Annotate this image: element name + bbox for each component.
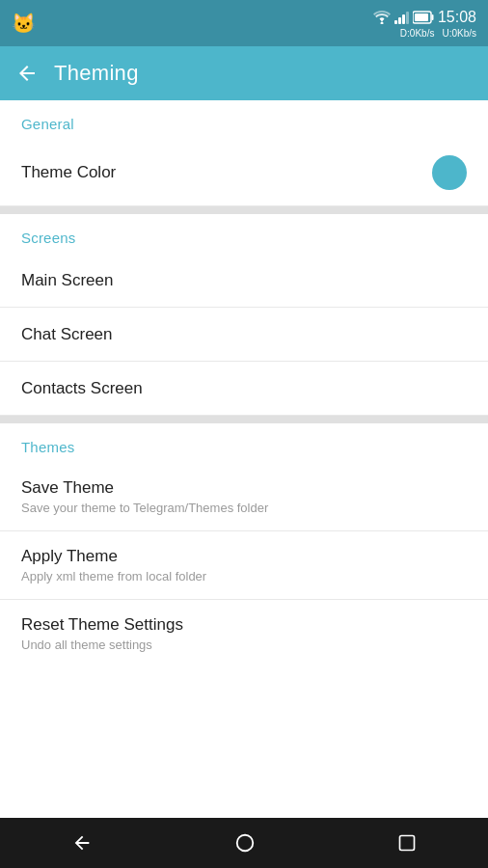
contacts-screen-item[interactable]: Contacts Screen [0, 362, 488, 416]
themes-section-header: Themes [0, 423, 488, 463]
battery-icon [413, 11, 434, 24]
theme-color-toggle[interactable] [432, 155, 467, 190]
reset-theme-subtitle: Undo all theme settings [21, 637, 183, 652]
separator-1 [0, 206, 488, 214]
general-section-header: General [0, 100, 488, 140]
back-button[interactable] [15, 62, 39, 85]
bottom-nav [0, 818, 488, 868]
theme-color-label: Theme Color [21, 163, 116, 182]
separator-2 [0, 416, 488, 423]
apply-theme-item[interactable]: Apply Theme Apply xml theme from local f… [0, 531, 488, 600]
save-theme-item[interactable]: Save Theme Save your theme to Telegram/T… [0, 463, 488, 531]
save-theme-content: Save Theme Save your theme to Telegram/T… [21, 478, 268, 515]
screens-section-header: Screens [0, 214, 488, 254]
contacts-screen-label: Contacts Screen [21, 379, 143, 398]
chat-screen-item[interactable]: Chat Screen [0, 308, 488, 362]
reset-theme-label: Reset Theme Settings [21, 615, 183, 635]
svg-rect-2 [431, 14, 433, 20]
svg-point-0 [380, 21, 383, 24]
status-bar: 🐱 15:08 [0, 0, 488, 46]
toolbar: Theming [0, 46, 488, 100]
main-screen-item[interactable]: Main Screen [0, 254, 488, 308]
svg-rect-5 [400, 836, 415, 851]
main-screen-label: Main Screen [21, 271, 113, 290]
signal-icon [394, 11, 409, 24]
svg-rect-3 [415, 14, 428, 21]
chat-screen-label: Chat Screen [21, 325, 113, 344]
save-theme-subtitle: Save your theme to Telegram/Themes folde… [21, 501, 268, 515]
status-bar-right: 15:08 D:0Kb/s U:0Kb/s [373, 9, 476, 39]
recent-nav-button[interactable] [378, 826, 436, 860]
status-icons: 15:08 [373, 9, 476, 26]
status-time: 15:08 [438, 9, 476, 26]
upload-speed: U:0Kb/s [442, 28, 476, 39]
theme-color-item[interactable]: Theme Color [0, 140, 488, 206]
save-theme-label: Save Theme [21, 478, 268, 498]
reset-theme-item[interactable]: Reset Theme Settings Undo all theme sett… [0, 600, 488, 667]
page-title: Theming [54, 61, 139, 86]
apply-theme-content: Apply Theme Apply xml theme from local f… [21, 547, 206, 583]
status-bar-left: 🐱 [12, 12, 35, 35]
back-nav-button[interactable] [52, 825, 112, 861]
wifi-icon [373, 11, 391, 24]
apply-theme-subtitle: Apply xml theme from local folder [21, 569, 206, 583]
network-speed: D:0Kb/s U:0Kb/s [400, 28, 476, 39]
reset-theme-content: Reset Theme Settings Undo all theme sett… [21, 615, 183, 652]
home-nav-button[interactable] [215, 825, 275, 861]
notification-icon: 🐱 [12, 12, 35, 35]
content-area: General Theme Color Screens Main Screen … [0, 100, 488, 667]
apply-theme-label: Apply Theme [21, 547, 206, 566]
svg-point-4 [237, 835, 254, 852]
download-speed: D:0Kb/s [400, 28, 435, 39]
